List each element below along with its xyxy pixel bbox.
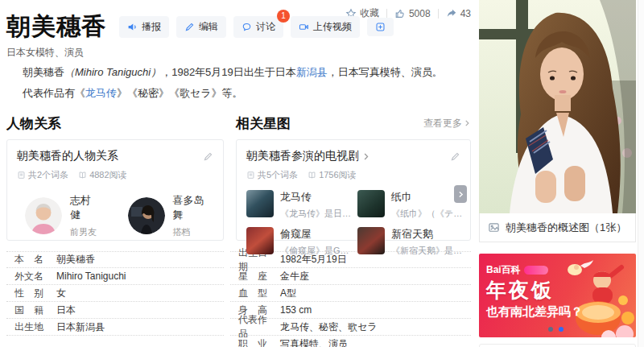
person-info: 喜多岛舞 搭档 (173, 193, 213, 238)
carousel-dot-active[interactable] (559, 327, 564, 332)
carousel-dots (548, 327, 564, 332)
nationality-link[interactable]: 日本 (56, 304, 76, 317)
plus-icon (375, 22, 386, 32)
starmap-read-count: 1756阅读 (308, 169, 356, 181)
scrollbar-track[interactable] (638, 0, 644, 347)
starmap-title: 相关星图 (236, 114, 291, 133)
edit-button[interactable]: 编辑 (176, 16, 226, 38)
info-row: 星 座 金牛座 (230, 268, 471, 285)
speaker-icon (127, 22, 138, 32)
info-row: 职 业 写真模特、演员 (230, 336, 471, 347)
birthplace-link[interactable]: 新潟县 (296, 66, 328, 78)
person-item[interactable]: 志村健 前男友 (25, 193, 101, 238)
info-value: 153 cm (280, 304, 312, 316)
starmap-edit-button[interactable] (450, 151, 460, 165)
info-label: 本 名 (6, 253, 48, 266)
ad-logo-text: Bai百科 (486, 263, 521, 277)
discuss-button[interactable]: 讨论 1 (233, 16, 283, 38)
summary-text: ，1982年5月19日出生于日本 (161, 66, 296, 78)
add-button[interactable] (367, 18, 394, 36)
broadcast-button[interactable]: 播报 (119, 16, 169, 38)
share-icon (446, 8, 457, 19)
chat-icon (242, 22, 252, 32)
ad-banner[interactable]: Bai百科 年夜饭 也有南北差异吗？ (479, 254, 636, 337)
work-link[interactable]: 龙马传 (85, 87, 117, 99)
person-relation: 搭档 (173, 226, 213, 238)
zodiac-link[interactable]: 金牛座 (280, 270, 309, 283)
relations-meta: 共2个词条 4882阅读 (17, 169, 213, 181)
birthplace-link[interactable]: 新潟县 (76, 320, 105, 334)
starmap-item-title: 龙马传 (280, 190, 353, 204)
sidebar: 朝美穗香的概述图（1张） Bai百科 (479, 0, 636, 337)
starmap-item-desc: 《新宿天鹅》是由宫... (391, 245, 464, 257)
info-row: 本 名 朝美穗香 (6, 251, 224, 268)
info-row: 代表作品 龙马传、秘密、歌セラ (230, 319, 471, 336)
share-count: 43 (460, 8, 471, 19)
pencil-icon (450, 151, 460, 162)
ad-headline: 年夜饭 (486, 277, 554, 304)
carousel-next-button[interactable] (454, 185, 467, 203)
info-value: 龙马传、秘密、歌セラ (280, 320, 378, 334)
relations-edit-button[interactable] (203, 151, 213, 165)
relations-section: 人物关系 朝美穗香的人物关系 共2个词条 (6, 113, 224, 241)
next-sidebar-card-edge (479, 344, 636, 347)
starmap-card-title-text: 朝美穗香参演的电视剧 (246, 149, 359, 163)
page-title: 朝美穗香 (6, 13, 106, 39)
starmap-section: 相关星图 查看更多 朝美穗香参演的电视剧 (236, 113, 471, 241)
relations-card: 朝美穗香的人物关系 共2个词条 4882阅读 (6, 139, 224, 241)
like-count: 5008 (409, 8, 431, 19)
starmap-item[interactable]: 偷窥屋 《偷窥屋》是Geneo... (246, 227, 353, 257)
starmap-item-title: 纸巾 (391, 190, 464, 204)
carousel-dot[interactable] (548, 327, 553, 332)
starmap-card: 朝美穗香参演的电视剧 共5个词条 1756阅读 (236, 139, 471, 241)
starmap-item-title: 偷窥屋 (280, 227, 353, 242)
chevron-right-icon (463, 119, 471, 127)
info-value: 写真模特、演员 (280, 337, 348, 347)
upload-video-button[interactable]: 上传视频 (291, 16, 360, 38)
info-value: Mihiro Taniguchi (56, 271, 126, 282)
share-button[interactable]: 43 (446, 8, 471, 19)
person-name: 志村健 (70, 193, 101, 222)
works-text: 代表作品有《 (23, 87, 85, 99)
starmap-card-title[interactable]: 朝美穗香参演的电视剧 (246, 149, 460, 163)
avatar (25, 197, 62, 234)
info-label: 外文名 (6, 270, 48, 283)
thumbs-up-icon (394, 8, 406, 19)
poster-thumbnail (357, 190, 385, 217)
relations-card-title[interactable]: 朝美穗香的人物关系 (17, 149, 213, 163)
photo-caption-text: 朝美穗香的概述图（1张） (506, 221, 626, 235)
starmap-item-desc: 《纸巾》（《ティッ... (391, 208, 464, 220)
poster-thumbnail (246, 190, 274, 217)
starmap-item-desc: 《龙马传》是日本放... (280, 208, 353, 220)
person-item[interactable]: 喜多岛舞 搭档 (128, 193, 213, 238)
poster-thumbnail (357, 227, 385, 254)
profile-photo[interactable] (479, 0, 636, 213)
person-name: 喜多岛舞 (173, 193, 213, 222)
info-value: A型 (280, 287, 296, 300)
toolbar: 播报 编辑 讨论 1 上传视频 (119, 16, 394, 38)
starmap-item[interactable]: 龙马传 《龙马传》是日本放... (246, 190, 353, 220)
info-label: 国 籍 (6, 304, 48, 317)
info-value: 日本 (56, 320, 76, 334)
see-more-label: 查看更多 (423, 117, 462, 130)
info-label: 星 座 (230, 270, 272, 283)
ad-illustration (547, 254, 636, 337)
starmap-item[interactable]: 新宿天鹅 《新宿天鹅》是由宫... (357, 227, 464, 257)
starmap-item-info: 龙马传 《龙马传》是日本放... (280, 190, 353, 220)
info-value: 朝美穗香 (56, 253, 95, 266)
like-button[interactable]: 5008 (394, 8, 431, 19)
person-relation: 前男友 (70, 226, 101, 238)
starmap-grid: 龙马传 《龙马传》是日本放... 纸巾 《纸巾》（《ティッ... (246, 190, 460, 257)
poster-thumbnail (246, 227, 274, 254)
chevron-right-icon (457, 191, 464, 198)
starmap-item-info: 新宿天鹅 《新宿天鹅》是由宫... (391, 227, 464, 257)
relations-header: 人物关系 (6, 113, 224, 134)
baike-page: 收藏 5008 43 朝美穗香 播报 (0, 0, 644, 347)
see-more-link[interactable]: 查看更多 (423, 117, 471, 130)
photo-caption-bar[interactable]: 朝美穗香的概述图（1张） (479, 213, 636, 242)
chevron-right-icon (361, 152, 370, 161)
image-icon (488, 221, 500, 233)
summary: 朝美穗香（Mihiro Taniguchi），1982年5月19日出生于日本新潟… (6, 62, 471, 104)
starmap-item[interactable]: 纸巾 《纸巾》（《ティッ... (357, 190, 464, 220)
summary-name: 朝美穗香 (23, 66, 64, 78)
